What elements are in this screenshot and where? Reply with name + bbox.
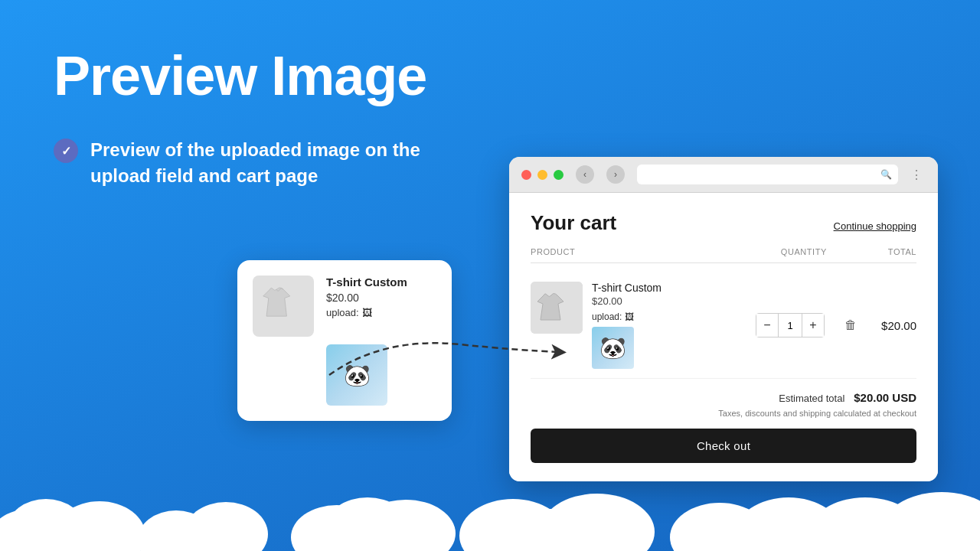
browser-window: ‹ › 🔍 ⋮ Your cart Continue shopping PROD… <box>509 157 938 481</box>
card-product-name: T-shirt Custom <box>326 276 436 289</box>
svg-point-14 <box>540 494 655 551</box>
minimize-window-button[interactable] <box>537 170 547 180</box>
checkout-button[interactable]: Check out <box>531 429 916 463</box>
cart-page: Your cart Continue shopping PRODUCT QUAN… <box>509 193 938 481</box>
check-icon <box>54 139 78 163</box>
estimated-total-value: $20.00 USD <box>854 391 916 404</box>
col-total: TOTAL <box>888 247 916 256</box>
svg-point-20 <box>880 492 980 551</box>
upload-icon: 🖼 <box>362 307 372 318</box>
address-bar[interactable]: 🔍 <box>637 165 898 184</box>
svg-point-18 <box>819 507 980 551</box>
svg-point-10 <box>356 500 456 551</box>
card-upload-label: upload: 🖼 <box>326 307 436 318</box>
card-product-info: T-shirt Custom $20.00 upload: 🖼 <box>326 276 436 337</box>
cart-table-header: PRODUCT QUANTITY TOTAL <box>531 247 916 263</box>
svg-point-11 <box>325 497 410 551</box>
svg-point-4 <box>8 499 84 551</box>
tshirt-icon <box>256 279 310 333</box>
cart-item-image <box>531 282 583 334</box>
panda-preview-card: 🐼 <box>326 344 387 406</box>
svg-point-19 <box>808 497 923 551</box>
browser-menu-button[interactable]: ⋮ <box>910 168 926 182</box>
upload-field-card: T-shirt Custom $20.00 upload: 🖼 🐼 <box>237 260 452 421</box>
cart-item-price: $20.00 <box>592 295 746 307</box>
svg-point-2 <box>0 509 73 551</box>
svg-point-9 <box>291 505 383 551</box>
svg-point-15 <box>681 511 819 551</box>
left-content: Preview Image Preview of the uploaded im… <box>54 46 482 188</box>
svg-point-7 <box>184 502 268 551</box>
estimated-total-label: Estimated total <box>779 393 844 404</box>
cart-item-details: T-shirt Custom $20.00 upload: 🖼 🐼 <box>592 282 746 369</box>
svg-point-5 <box>145 517 253 551</box>
col-quantity: QUANTITY <box>781 247 827 256</box>
feature-row: Preview of the uploaded image on the upl… <box>54 137 482 188</box>
cart-title: Your cart <box>531 211 616 235</box>
continue-shopping-link[interactable]: Continue shopping <box>834 220 916 232</box>
card-upload-preview: 🐼 <box>326 344 387 406</box>
svg-point-12 <box>475 509 628 551</box>
browser-titlebar: ‹ › 🔍 ⋮ <box>509 157 938 193</box>
feature-description: Preview of the uploaded image on the upl… <box>90 137 420 188</box>
browser-back-button[interactable]: ‹ <box>576 165 594 184</box>
svg-point-6 <box>138 510 214 551</box>
col-product: PRODUCT <box>531 247 575 256</box>
quantity-decrease-button[interactable]: − <box>756 314 778 337</box>
card-product-price: $20.00 <box>326 292 436 304</box>
cart-item-name: T-shirt Custom <box>592 282 746 294</box>
cart-tshirt-icon <box>531 282 583 334</box>
product-thumbnail <box>253 276 314 337</box>
quantity-controls: − 1 + <box>756 313 825 337</box>
delete-item-button[interactable]: 🗑 <box>840 315 861 336</box>
svg-point-3 <box>54 501 145 551</box>
svg-point-21 <box>926 507 980 551</box>
search-icon: 🔍 <box>880 169 892 180</box>
svg-point-13 <box>459 499 567 551</box>
close-window-button[interactable] <box>521 170 531 180</box>
cart-item-total: $20.00 <box>871 319 916 332</box>
panda-preview-cart: 🐼 <box>592 327 634 369</box>
browser-forward-button[interactable]: › <box>606 165 625 184</box>
quantity-value: 1 <box>778 314 802 337</box>
tax-note: Taxes, discounts and shipping calculated… <box>531 409 916 418</box>
cart-item-row: T-shirt Custom $20.00 upload: 🖼 🐼 − 1 + … <box>531 272 916 379</box>
cart-item-upload-label: upload: 🖼 <box>592 311 746 322</box>
maximize-window-button[interactable] <box>554 170 564 180</box>
cart-header: Your cart Continue shopping <box>531 211 916 235</box>
svg-point-17 <box>735 497 842 551</box>
cart-upload-icon: 🖼 <box>625 311 634 322</box>
svg-point-16 <box>670 503 769 551</box>
svg-point-1 <box>0 513 130 551</box>
cart-upload-preview: 🐼 <box>592 327 634 369</box>
svg-point-8 <box>302 513 433 551</box>
cart-summary: Estimated total $20.00 USD Taxes, discou… <box>531 379 916 463</box>
estimated-total-row: Estimated total $20.00 USD <box>531 391 916 404</box>
quantity-increase-button[interactable]: + <box>802 314 824 337</box>
page-title: Preview Image <box>54 46 482 106</box>
